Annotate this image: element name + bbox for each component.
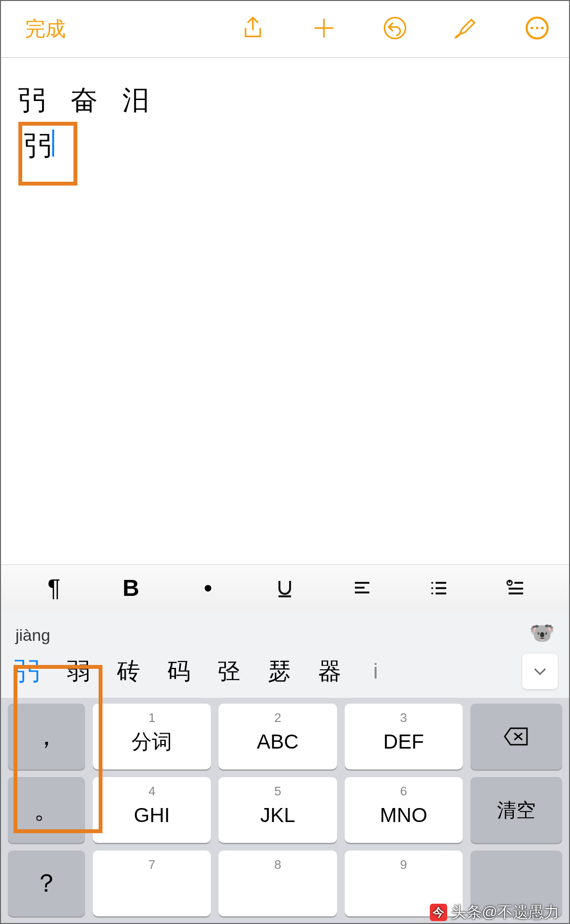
- key-5-jkl[interactable]: 5JKL: [219, 777, 336, 843]
- indent-button[interactable]: [499, 575, 533, 602]
- more-icon[interactable]: [525, 15, 550, 43]
- svg-point-7: [431, 592, 433, 594]
- candidate-expand-button[interactable]: [522, 653, 558, 690]
- key-4-ghi[interactable]: 4GHI: [93, 777, 211, 843]
- keyboard: ， 1分词 2ABC 3DEF 。 4GHI 5JKL 6MNO 清空 ？ 7 …: [1, 698, 569, 923]
- ime-candidate-3[interactable]: 码: [167, 656, 190, 687]
- key-question[interactable]: ？: [8, 851, 85, 916]
- toolbar-icons: [240, 15, 550, 43]
- ime-candidate-area: jiàng 🐨 弜 弱 砖 码 弪 瑟 器 i: [1, 611, 569, 698]
- undo-icon[interactable]: [382, 15, 408, 43]
- key-3-def[interactable]: 3DEF: [345, 704, 463, 769]
- svg-point-0: [384, 17, 405, 38]
- watermark: 今 头条@不遗愚力: [430, 902, 559, 923]
- key-clear[interactable]: 清空: [470, 777, 562, 843]
- ime-partial: i: [373, 659, 378, 683]
- svg-point-3: [536, 27, 538, 29]
- list-button[interactable]: [422, 575, 456, 602]
- editor-line-2: 弜: [24, 130, 51, 160]
- key-backspace[interactable]: [470, 704, 562, 769]
- svg-point-2: [530, 27, 533, 29]
- bold-button[interactable]: B: [114, 575, 148, 602]
- app-toolbar: 完成: [1, 1, 569, 58]
- watermark-logo-icon: 今: [430, 904, 447, 921]
- share-icon[interactable]: [240, 15, 265, 43]
- ime-candidate-6[interactable]: 器: [318, 656, 341, 687]
- ime-candidate-4[interactable]: 弪: [218, 656, 241, 687]
- underline-button[interactable]: [268, 575, 302, 602]
- paragraph-style-button[interactable]: ¶: [37, 575, 71, 602]
- styling-brush-icon[interactable]: [453, 15, 479, 43]
- key-comma[interactable]: ，: [8, 704, 85, 769]
- ime-candidate-0[interactable]: 弜: [15, 654, 40, 688]
- ime-candidate-5[interactable]: 瑟: [268, 656, 291, 687]
- key-1-fenci[interactable]: 1分词: [93, 704, 211, 769]
- key-6-mno[interactable]: 6MNO: [345, 777, 463, 843]
- key-8[interactable]: 8: [219, 851, 336, 916]
- svg-point-4: [541, 27, 543, 29]
- key-period[interactable]: 。: [8, 777, 85, 843]
- key-2-abc[interactable]: 2ABC: [219, 704, 336, 769]
- note-editor[interactable]: 弜 奋 汨 弜: [1, 58, 569, 564]
- emoji-picker-icon[interactable]: 🐨: [529, 621, 555, 645]
- ime-reading-row: jiàng 🐨: [1, 611, 569, 645]
- editor-highlight-box: 弜: [18, 122, 77, 186]
- format-toolbar: ¶ B •: [1, 564, 569, 611]
- text-cursor: [52, 130, 54, 157]
- plus-icon[interactable]: [311, 15, 336, 43]
- key-7[interactable]: 7: [93, 851, 211, 916]
- done-button[interactable]: 完成: [25, 15, 66, 43]
- bullet-button[interactable]: •: [191, 575, 225, 602]
- ime-candidate-1[interactable]: 弱: [67, 656, 90, 687]
- svg-point-5: [431, 582, 433, 584]
- ime-reading: jiàng: [15, 626, 50, 645]
- editor-line-1: 弜 奋 汨: [18, 82, 552, 119]
- align-button[interactable]: [345, 575, 379, 602]
- svg-point-6: [431, 587, 433, 589]
- watermark-text: 头条@不遗愚力: [451, 902, 559, 923]
- ime-candidates: 弜 弱 砖 码 弪 瑟 器 i: [1, 645, 569, 698]
- ime-candidate-2[interactable]: 砖: [117, 656, 140, 687]
